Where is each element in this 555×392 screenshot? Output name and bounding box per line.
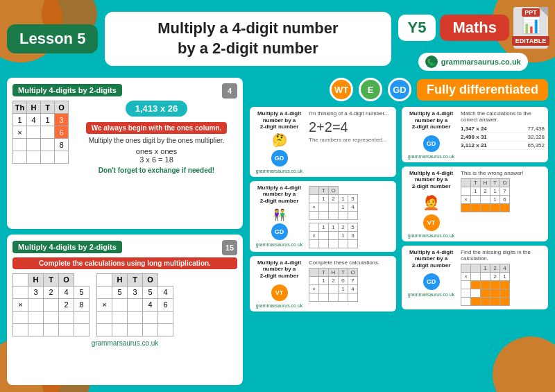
right-section: WT E GD Fully differentiated Multiply: [250, 78, 548, 385]
subject-badge: Maths: [440, 15, 509, 41]
slide2-table2: HTO 5354 ×46: [96, 273, 173, 336]
ws5-badge: VT: [423, 214, 440, 231]
slide1-right: 1,413 x 26 We always begin with the ones…: [76, 101, 237, 174]
badge-e: E: [359, 78, 382, 101]
worksheets-grid: Multiply a 4-digitnumber by a2-digit num…: [250, 107, 548, 385]
ws-card-6: Multiply a 4-digitnumber by a2-digit num…: [402, 246, 548, 309]
equation-box: 1,413 x 26: [126, 101, 187, 117]
dont-forget: Don't forget to exchange if needed!: [99, 167, 214, 174]
file-icon-wrapper: PPT 📊 EDITABLE: [513, 7, 548, 49]
ws3-content: Complete these calculations. THTO 1207 ×…: [309, 259, 393, 302]
ws3-badge: VT: [271, 284, 288, 301]
ws1-content: I'm thinking of a 4-digit number... 2+2=…: [309, 110, 393, 143]
diff-header: WT E GD Fully differentiated: [250, 78, 548, 101]
ws-card-3: Multiply a 4-digitnumber by a2-digit num…: [250, 256, 396, 312]
ws1-badge: GD: [271, 150, 288, 167]
slide2-header: Multiply 4-digits by 2-digits: [12, 241, 122, 253]
ws2-badge: GD: [271, 223, 288, 240]
lesson-badge: Lesson 5: [7, 24, 98, 53]
slide1-number: 4: [222, 83, 237, 99]
lesson-label: Lesson 5: [19, 30, 85, 47]
grammarsaurus-badge: 🦕 grammarsaurus.co.uk: [418, 53, 528, 71]
slides-section: Multiply 4-digits by 2-digits 4 Th H T O: [7, 78, 243, 385]
slide1-table: Th H T O 1413 ×6: [12, 101, 69, 164]
match-row-3: 3,112 x 21 65,352: [461, 142, 545, 150]
ones-box: ones x ones 3 x 6 = 18: [136, 147, 177, 164]
main-title: Multiply a 4-digit number by a 2-digit n…: [119, 19, 377, 58]
file-icon-image: 📊: [522, 17, 540, 35]
ws6-badge: GD: [423, 273, 440, 290]
ws6-content: Find the missing digits in the calculati…: [461, 249, 545, 306]
ws-col-1: Multiply a 4-digitnumber by a2-digit num…: [250, 107, 396, 385]
ws5-content: This is the wrong answer! THTO 1217 ×16: [461, 170, 545, 212]
ws-card-5: Multiply a 4-digitnumber by a2-digit num…: [402, 167, 548, 241]
ws4-badge: GD: [423, 135, 440, 152]
match-row-1: 1,347 x 24 77,438: [461, 125, 545, 133]
slide2-table1: HTO 3245 ×28: [12, 273, 89, 336]
year-badge: Y5: [398, 15, 436, 41]
slide1-header: Multiply 4-digits by 2-digits: [12, 84, 122, 96]
ws-card-1: Multiply a 4-digitnumber by a2-digit num…: [250, 107, 396, 177]
slide-card-1: Multiply 4-digits by 2-digits 4 Th H T O: [7, 78, 243, 229]
file-type-label: PPT: [522, 8, 540, 17]
right-header: Y5 Maths PPT 📊 EDITABLE 🦕 grammarsaurus.…: [398, 7, 548, 71]
ws-col-2: Multiply a 4-digitnumber by a2-digit num…: [402, 107, 548, 385]
badge-gd: GD: [388, 78, 411, 101]
slide2-gram: grammarsaurus.co.uk: [12, 339, 237, 347]
badge-wt: WT: [330, 78, 353, 101]
slide2-content: HTO 3245 ×28 HTO: [12, 273, 237, 336]
ws4-content: Match the calculations to the correct an…: [461, 110, 545, 150]
ws-card-4: Multiply a 4-digitnumber by a2-digit num…: [402, 107, 548, 162]
fully-differentiated-label: Fully differentiated: [417, 79, 548, 101]
slide2-number: 15: [222, 240, 237, 255]
red-box: We always begin with the ones column.: [86, 122, 228, 134]
title-block: Multiply a 4-digit number by a 2-digit n…: [105, 12, 391, 65]
ws-card-2: Multiply a 4-digitnumber by a2-digit num…: [250, 181, 396, 252]
editable-label: EDITABLE: [512, 36, 549, 46]
slide1-instruction: Multiply the ones digit by the ones mult…: [89, 137, 225, 144]
match-row-2: 2,498 x 31 32,328: [461, 133, 545, 142]
gram-icon: 🦕: [425, 56, 438, 68]
slide2-red-box: Complete the calculations using long mul…: [12, 257, 237, 269]
slide-card-2: Multiply 4-digits by 2-digits 15 Complet…: [7, 235, 243, 386]
file-icon: PPT 📊 EDITABLE: [513, 7, 548, 49]
grammarsaurus-url: grammarsaurus.co.uk: [441, 58, 521, 66]
ws2-content: TO 1213 ×14 1125 ×13: [309, 185, 393, 248]
